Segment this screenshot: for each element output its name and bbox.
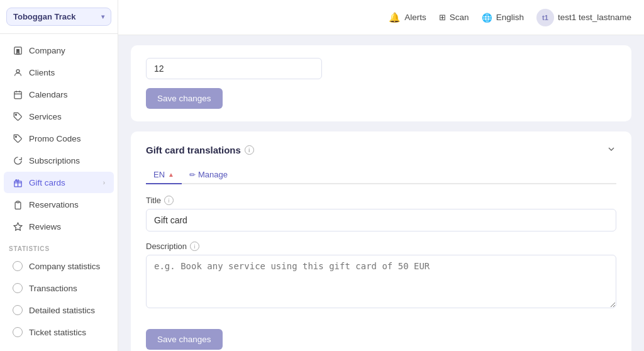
svg-point-4 bbox=[15, 136, 16, 137]
scan-button[interactable]: ⊞ Scan bbox=[439, 13, 469, 22]
en-tab-label: EN bbox=[153, 170, 165, 179]
content-area: Save changes Gift card translations i EN… bbox=[118, 35, 644, 351]
description-textarea[interactable] bbox=[146, 255, 616, 308]
alerts-label: Alerts bbox=[404, 13, 426, 22]
svg-point-3 bbox=[15, 114, 16, 115]
svg-rect-2 bbox=[14, 91, 21, 98]
title-field-info-icon[interactable]: i bbox=[164, 196, 174, 205]
description-field-group: Description i bbox=[146, 242, 616, 310]
sidebar-item-gift-cards-label: Gift cards bbox=[29, 178, 65, 187]
sidebar-item-company[interactable]: Company bbox=[4, 40, 114, 61]
sidebar: Toboggan Track ▾ Company Clients Calenda… bbox=[0, 0, 118, 351]
title-input[interactable] bbox=[146, 209, 616, 231]
sidebar-item-ticket-statistics-label: Ticket statistics bbox=[29, 328, 86, 337]
marketing-section-label: MARKETING bbox=[0, 343, 118, 351]
manage-button[interactable]: ✏ Manage bbox=[182, 166, 235, 183]
main-area: 🔔 Alerts ⊞ Scan 🌐 English t1 test1 test_… bbox=[118, 0, 644, 351]
avatar: t1 bbox=[536, 9, 554, 26]
tab-en[interactable]: EN ▲ bbox=[146, 166, 182, 184]
building-icon bbox=[13, 45, 23, 55]
sidebar-item-subscriptions-label: Subscriptions bbox=[29, 156, 80, 165]
brand-selector[interactable]: Toboggan Track ▾ bbox=[6, 8, 111, 26]
sidebar-item-promo-codes-label: Promo Codes bbox=[29, 134, 81, 143]
globe-icon: 🌐 bbox=[482, 13, 492, 23]
svg-rect-6 bbox=[16, 201, 19, 203]
top-card-save-button[interactable]: Save changes bbox=[146, 88, 223, 109]
sidebar-item-clients[interactable]: Clients bbox=[4, 62, 114, 83]
sidebar-item-calendars[interactable]: Calendars bbox=[4, 84, 114, 105]
user-profile[interactable]: t1 test1 test_lastname bbox=[536, 9, 631, 26]
sidebar-item-services[interactable]: Services bbox=[4, 106, 114, 127]
star-icon bbox=[13, 221, 23, 231]
tag-icon bbox=[13, 111, 23, 121]
reservations-icon bbox=[13, 199, 23, 209]
title-info-icon[interactable]: i bbox=[245, 145, 254, 155]
title-label: Title i bbox=[146, 196, 616, 205]
sidebar-item-reservations[interactable]: Reservations bbox=[4, 194, 114, 215]
sidebar-item-services-label: Services bbox=[29, 112, 62, 121]
sidebar-item-subscriptions[interactable]: Subscriptions bbox=[4, 150, 114, 171]
svg-point-1 bbox=[16, 69, 19, 72]
sidebar-item-company-statistics[interactable]: Company statistics bbox=[4, 255, 114, 277]
sidebar-item-detailed-statistics[interactable]: Detailed statistics bbox=[4, 299, 114, 321]
sidebar-header: Toboggan Track ▾ bbox=[0, 0, 118, 34]
manage-label: Manage bbox=[198, 170, 228, 179]
top-card-input[interactable] bbox=[146, 58, 322, 79]
description-label: Description i bbox=[146, 242, 616, 251]
pencil-icon: ✏ bbox=[189, 170, 196, 179]
gift-icon bbox=[13, 177, 23, 187]
sidebar-item-reviews-label: Reviews bbox=[29, 222, 61, 231]
statistics-section-label: STATISTICS bbox=[0, 238, 118, 255]
svg-marker-7 bbox=[14, 223, 22, 230]
language-tabs: EN ▲ ✏ Manage bbox=[146, 166, 616, 184]
sidebar-item-detailed-statistics-label: Detailed statistics bbox=[29, 306, 95, 315]
en-warning-icon: ▲ bbox=[168, 171, 174, 178]
language-label: English bbox=[496, 13, 524, 22]
header: 🔔 Alerts ⊞ Scan 🌐 English t1 test1 test_… bbox=[118, 0, 644, 35]
user-icon bbox=[13, 67, 23, 77]
gift-card-translations-card: Gift card translations i EN ▲ ✏ Manage bbox=[131, 131, 631, 351]
chevron-down-icon: ▾ bbox=[101, 13, 104, 20]
sidebar-nav: Company Clients Calendars Services bbox=[0, 34, 118, 351]
gift-card-translations-header: Gift card translations i bbox=[146, 144, 616, 156]
sidebar-item-company-label: Company bbox=[29, 46, 65, 55]
collapse-button[interactable] bbox=[606, 144, 616, 156]
sidebar-item-company-statistics-label: Company statistics bbox=[29, 262, 100, 271]
detailed-stats-icon bbox=[13, 305, 23, 315]
top-card: Save changes bbox=[131, 45, 631, 121]
sidebar-item-transactions-label: Transactions bbox=[29, 284, 77, 293]
sidebar-item-ticket-statistics[interactable]: Ticket statistics bbox=[4, 321, 114, 343]
company-stats-icon bbox=[13, 261, 23, 271]
transactions-icon bbox=[13, 283, 23, 293]
user-name: test1 test_lastname bbox=[558, 13, 631, 22]
ticket-stats-icon bbox=[13, 327, 23, 337]
sidebar-item-gift-cards[interactable]: Gift cards › bbox=[4, 172, 114, 193]
arrow-right-icon: › bbox=[103, 179, 105, 186]
calendar-icon bbox=[13, 89, 23, 99]
sidebar-item-calendars-label: Calendars bbox=[29, 90, 68, 99]
sidebar-item-promo-codes[interactable]: Promo Codes bbox=[4, 128, 114, 149]
bell-icon: 🔔 bbox=[389, 12, 401, 23]
language-selector[interactable]: 🌐 English bbox=[482, 13, 524, 23]
subscriptions-icon bbox=[13, 155, 23, 165]
promo-icon bbox=[13, 133, 23, 143]
brand-name: Toboggan Track bbox=[13, 12, 75, 21]
title-field-group: Title i bbox=[146, 196, 616, 231]
scan-icon: ⊞ bbox=[439, 13, 446, 22]
sidebar-item-reviews[interactable]: Reviews bbox=[4, 216, 114, 237]
sidebar-item-reservations-label: Reservations bbox=[29, 200, 79, 209]
alerts-button[interactable]: 🔔 Alerts bbox=[389, 12, 426, 23]
sidebar-item-clients-label: Clients bbox=[29, 68, 55, 77]
scan-label: Scan bbox=[450, 13, 469, 22]
sidebar-item-transactions[interactable]: Transactions bbox=[4, 277, 114, 299]
gift-card-save-button[interactable]: Save changes bbox=[146, 329, 223, 350]
description-field-info-icon[interactable]: i bbox=[190, 242, 199, 251]
gift-card-translations-title: Gift card translations i bbox=[146, 145, 254, 155]
